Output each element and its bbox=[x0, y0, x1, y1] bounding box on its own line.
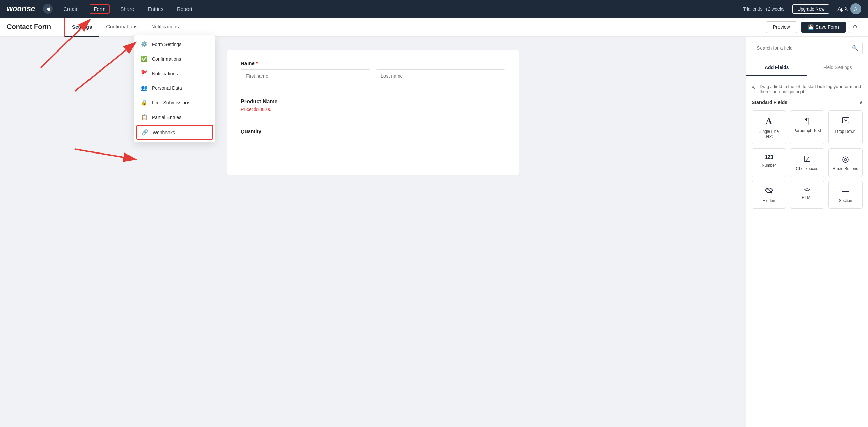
name-fields-container bbox=[241, 69, 505, 82]
product-price: Price: $100.00 bbox=[241, 107, 505, 112]
save-icon: 💾 bbox=[808, 24, 814, 30]
dropdown-webhooks[interactable]: 🔗 Webhooks bbox=[136, 125, 213, 140]
paragraph-text-label: Paragraph Text bbox=[793, 128, 821, 133]
checkboxes-label: Checkboxes bbox=[796, 166, 818, 171]
trial-text: Trial ends in 2 weeks bbox=[743, 6, 784, 12]
field-tile-drop-down[interactable]: Drop Down bbox=[828, 110, 863, 144]
cursor-icon: ↖ bbox=[752, 85, 756, 91]
table-icon: 📋 bbox=[141, 114, 148, 120]
tab-add-fields[interactable]: Add Fields bbox=[746, 60, 807, 76]
dropdown-confirmations[interactable]: ✅ Confirmations bbox=[134, 52, 215, 66]
dropdown-partial-entries-label: Partial Entries bbox=[152, 115, 181, 120]
dropdown-partial-entries[interactable]: 📋 Partial Entries bbox=[134, 110, 215, 124]
single-line-text-label: Single Line Text bbox=[755, 129, 783, 139]
dropdown-webhooks-label: Webhooks bbox=[153, 130, 175, 135]
radio-buttons-label: Radio Buttons bbox=[833, 166, 858, 171]
svg-rect-0 bbox=[842, 118, 849, 123]
number-label: Number bbox=[762, 163, 776, 168]
form-title: Contact Form bbox=[7, 23, 51, 31]
field-tile-checkboxes[interactable]: ☑ Checkboxes bbox=[790, 148, 824, 177]
form-canvas: Name * Product Name Price: $100.00 bbox=[0, 37, 746, 427]
tab-notifications[interactable]: Notifications bbox=[144, 18, 186, 37]
nav-entries[interactable]: Entries bbox=[145, 5, 166, 13]
radio-buttons-icon: ◎ bbox=[842, 154, 849, 164]
first-name-input[interactable] bbox=[241, 69, 370, 82]
drag-hint: ↖ Drag a field to the left to start buil… bbox=[752, 81, 863, 100]
html-icon: <> bbox=[804, 187, 810, 192]
field-tile-radio-buttons[interactable]: ◎ Radio Buttons bbox=[828, 148, 863, 177]
drop-down-icon bbox=[842, 116, 850, 126]
nav-share[interactable]: Share bbox=[118, 5, 137, 13]
hidden-icon bbox=[765, 187, 773, 196]
name-field-row: Name * bbox=[241, 60, 505, 82]
user-menu[interactable]: ApiX A bbox=[837, 3, 861, 14]
first-name-field bbox=[241, 69, 370, 82]
gear-icon: ⚙️ bbox=[141, 41, 148, 47]
sidebar-content: ↖ Drag a field to the left to start buil… bbox=[746, 76, 868, 427]
product-price-value: $100.00 bbox=[254, 107, 272, 112]
dropdown-notifications-label: Notifications bbox=[152, 71, 178, 76]
quantity-field-row: Quantity bbox=[241, 128, 505, 155]
people-icon: 👥 bbox=[141, 85, 148, 91]
field-tile-section[interactable]: — Section bbox=[828, 181, 863, 209]
html-label: HTML bbox=[802, 195, 813, 200]
search-wrap: 🔍 bbox=[752, 42, 863, 54]
user-name: ApiX bbox=[837, 6, 848, 12]
settings-dropdown: ⚙️ Form Settings ✅ Confirmations 🚩 Notif… bbox=[134, 35, 215, 143]
search-field-wrap: 🔍 bbox=[746, 37, 868, 60]
save-label: Save Form bbox=[816, 24, 839, 30]
chevron-up-icon[interactable]: ∧ bbox=[859, 100, 863, 105]
last-name-input[interactable] bbox=[376, 69, 505, 82]
paragraph-text-icon: ¶ bbox=[805, 116, 809, 126]
name-field-label: Name * bbox=[241, 60, 505, 66]
field-tile-html[interactable]: <> HTML bbox=[790, 181, 824, 209]
dropdown-limit-submissions[interactable]: 🔒 Limit Submissions bbox=[134, 95, 215, 110]
dropdown-confirmations-label: Confirmations bbox=[152, 56, 181, 62]
section-icon: — bbox=[842, 187, 849, 196]
nav-form[interactable]: Form bbox=[90, 4, 110, 14]
section-label: Section bbox=[839, 198, 852, 203]
quantity-input[interactable] bbox=[241, 138, 505, 155]
tab-field-settings[interactable]: Field Settings bbox=[807, 60, 868, 76]
product-name: Product Name bbox=[241, 99, 505, 105]
field-tile-number[interactable]: 123 Number bbox=[752, 148, 786, 177]
sidebar-tabs: Add Fields Field Settings bbox=[746, 60, 868, 76]
required-star: * bbox=[256, 60, 258, 66]
settings-gear-button[interactable]: ⚙ bbox=[849, 21, 861, 33]
form-section: Name * Product Name Price: $100.00 bbox=[227, 50, 519, 175]
check-circle-icon: ✅ bbox=[141, 56, 148, 62]
number-icon: 123 bbox=[765, 154, 773, 160]
save-button[interactable]: 💾 Save Form bbox=[801, 22, 846, 33]
lock-icon: 🔒 bbox=[141, 99, 148, 106]
checkboxes-icon: ☑ bbox=[804, 154, 811, 164]
nav-create[interactable]: Create bbox=[61, 5, 81, 13]
dropdown-form-settings[interactable]: ⚙️ Form Settings bbox=[134, 37, 215, 52]
dropdown-form-settings-label: Form Settings bbox=[152, 42, 181, 47]
main-layout: Name * Product Name Price: $100.00 bbox=[0, 37, 868, 427]
hidden-label: Hidden bbox=[762, 198, 775, 203]
search-icon: 🔍 bbox=[852, 45, 859, 51]
logo[interactable]: woorise bbox=[7, 4, 35, 13]
standard-fields-label: Standard Fields bbox=[752, 100, 787, 105]
preview-button[interactable]: Preview bbox=[766, 21, 797, 33]
dropdown-personal-data[interactable]: 👥 Personal Data bbox=[134, 81, 215, 95]
field-grid: A Single Line Text ¶ Paragraph Text bbox=[752, 110, 863, 209]
nav-report[interactable]: Report bbox=[174, 5, 195, 13]
product-field-row: Product Name Price: $100.00 bbox=[241, 92, 505, 119]
quantity-field-label: Quantity bbox=[241, 128, 505, 134]
field-tile-hidden[interactable]: Hidden bbox=[752, 181, 786, 209]
field-tile-paragraph-text[interactable]: ¶ Paragraph Text bbox=[790, 110, 824, 144]
tab-settings[interactable]: Settings bbox=[64, 17, 99, 37]
single-line-text-icon: A bbox=[766, 116, 772, 126]
right-sidebar: 🔍 Add Fields Field Settings ↖ Drag a fie… bbox=[746, 37, 868, 427]
flag-icon: 🚩 bbox=[141, 70, 148, 77]
tab-confirmations[interactable]: Confirmations bbox=[99, 18, 144, 37]
upgrade-button[interactable]: Upgrade Now bbox=[792, 4, 830, 14]
dropdown-notifications[interactable]: 🚩 Notifications bbox=[134, 66, 215, 81]
top-nav: woorise ◀ Create Form Share Entries Repo… bbox=[0, 0, 868, 18]
sub-nav: Contact Form Settings Confirmations Noti… bbox=[0, 18, 868, 37]
search-input[interactable] bbox=[752, 42, 863, 54]
webhook-icon: 🔗 bbox=[142, 129, 149, 136]
nav-back-button[interactable]: ◀ bbox=[43, 4, 53, 14]
field-tile-single-line-text[interactable]: A Single Line Text bbox=[752, 110, 786, 144]
